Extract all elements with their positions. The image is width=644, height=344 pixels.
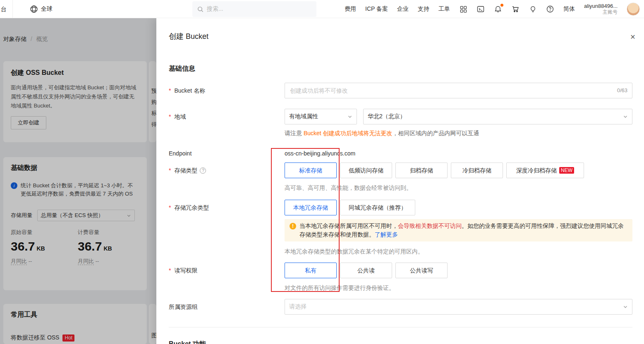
redundancy-label: *存储冗余类型 <box>169 200 209 215</box>
nav-link-icp[interactable]: ICP 备案 <box>365 5 388 13</box>
region-value: 华北2（北京） <box>368 113 406 120</box>
nav-link-tickets[interactable]: 工单 <box>438 5 450 13</box>
learn-more-link[interactable]: 了解更多 <box>375 231 398 238</box>
option-private[interactable]: 私有 <box>285 263 337 278</box>
endpoint-row: Endpoint oss-cn-beijing.aliyuncs.com <box>169 146 632 161</box>
cart-icon[interactable] <box>511 5 520 13</box>
option-cold-archive-storage[interactable]: 冷归档存储 <box>451 162 503 178</box>
redundancy-warning-text: 当本地冗余存储所属可用区不可用时，会导致相关数据不可访问。如您的业务需要更高的可… <box>299 222 627 239</box>
chevron-down-icon <box>623 114 628 119</box>
bucket-name-input[interactable] <box>285 83 632 98</box>
acl-help: 对文件的所有访问操作需要进行身份验证。 <box>285 284 395 292</box>
console-home-link[interactable]: 台 <box>1 0 13 18</box>
option-archive-storage[interactable]: 归档存储 <box>395 162 448 178</box>
resource-group-select[interactable]: 请选择 <box>285 299 632 315</box>
bucket-name-row: *Bucket 名称 0/63 <box>169 83 632 98</box>
region-switcher[interactable]: 全球 <box>30 0 53 18</box>
account-name: aliyun88496... <box>584 3 618 9</box>
screen: 台 全球 搜索... 费用 ICP 备案 企业 支持 工单 <box>0 0 644 344</box>
storage-class-help: 高可靠、高可用、高性能，数据会经常被访问到。 <box>285 184 412 192</box>
region-note: 请注意 Bucket 创建成功后地域将无法更改，相同区域内的产品内网可以互通 <box>285 130 479 137</box>
acl-options: 私有 公共读 公共读写 <box>285 263 448 278</box>
nav-link-support[interactable]: 支持 <box>418 5 429 13</box>
required-asterisk: * <box>169 83 171 98</box>
cloudshell-icon[interactable] <box>476 5 485 13</box>
nav-link-enterprise[interactable]: 企业 <box>397 5 409 13</box>
avatar[interactable] <box>627 2 640 16</box>
option-ia-storage[interactable]: 低频访问存储 <box>340 162 392 178</box>
notification-dot <box>500 4 503 7</box>
redundancy-row: *存储冗余类型 本地冗余存储 同城冗余存储（推荐） <box>169 200 632 215</box>
warning-icon: ! <box>290 223 296 229</box>
drawer-title: 创建 Bucket <box>169 31 208 41</box>
option-standard-storage[interactable]: 标准存储 <box>285 162 337 178</box>
search-input[interactable]: 搜索... <box>192 1 316 17</box>
acl-label: *读写权限 <box>169 263 197 278</box>
notifications-icon[interactable] <box>494 5 502 13</box>
nav-link-billing[interactable]: 费用 <box>345 5 356 13</box>
storage-class-help-icon[interactable]: ? <box>200 167 206 174</box>
new-badge: NEW <box>559 167 574 174</box>
section-bucket-features: Bucket 功能 <box>169 340 206 344</box>
chevron-down-icon <box>347 114 352 119</box>
option-zrs[interactable]: 同城冗余存储（推荐） <box>340 200 415 215</box>
redundancy-warning: ! 当本地冗余存储所属可用区不可用时，会导致相关数据不可访问。如您的业务需要更高… <box>285 219 632 241</box>
region-row: *地域 有地域属性 华北2（北京） <box>169 109 632 124</box>
endpoint-value: oss-cn-beijing.aliyuncs.com <box>285 146 355 161</box>
account-type: 主账号 <box>584 9 618 15</box>
close-icon[interactable]: ✕ <box>628 32 637 41</box>
option-lrs[interactable]: 本地冗余存储 <box>285 200 337 215</box>
warning-danger-text: 会导致相关数据不可访问 <box>398 222 462 229</box>
account-menu[interactable]: aliyun88496... 主账号 <box>584 3 618 15</box>
resource-group-placeholder: 请选择 <box>289 303 306 311</box>
section-divider <box>169 327 632 327</box>
option-deep-cold-archive-storage[interactable]: 深度冷归档存储NEW <box>506 162 584 178</box>
drawer-mask[interactable] <box>0 18 156 344</box>
storage-class-options: 标准存储 低频访问存储 归档存储 冷归档存储 深度冷归档存储NEW <box>285 162 584 178</box>
bucket-name-label: *Bucket 名称 <box>169 83 205 98</box>
resource-group-row: 所属资源组 请选择 <box>169 299 632 315</box>
required-asterisk: * <box>169 263 171 278</box>
region-note-highlight: Bucket 创建成功后地域将无法更改 <box>304 130 393 136</box>
redundancy-help: 本地冗余存储类型的数据冗余在某个特定的可用区内。 <box>285 248 424 256</box>
globe-icon <box>30 5 38 13</box>
required-asterisk: * <box>169 200 171 215</box>
apps-icon[interactable] <box>459 5 467 13</box>
storage-class-row: *存储类型? 标准存储 低频访问存储 归档存储 冷归档存储 深度冷归档存储NEW <box>169 162 632 178</box>
storage-class-label: *存储类型? <box>169 162 206 178</box>
region-type-select[interactable]: 有地域属性 <box>285 109 357 124</box>
help-icon[interactable] <box>546 5 554 13</box>
region-select[interactable]: 华北2（北京） <box>363 109 632 124</box>
acl-row: *读写权限 私有 公共读 公共读写 <box>169 263 632 278</box>
required-asterisk: * <box>169 109 171 124</box>
required-asterisk: * <box>169 162 171 178</box>
region-type-value: 有地域属性 <box>289 113 318 120</box>
search-icon <box>197 6 203 12</box>
top-navbar: 台 全球 搜索... 费用 ICP 备案 企业 支持 工单 <box>0 0 644 18</box>
option-public-read-write[interactable]: 公共读写 <box>395 263 448 278</box>
region-label: 全球 <box>41 5 53 13</box>
bell-icon <box>494 5 502 13</box>
language-switcher[interactable]: 简体 <box>563 5 575 13</box>
option-public-read[interactable]: 公共读 <box>340 263 392 278</box>
lightbulb-icon[interactable] <box>529 5 537 13</box>
create-bucket-drawer: 创建 Bucket ✕ 基础信息 *Bucket 名称 0/63 *地域 有地域… <box>156 18 644 344</box>
redundancy-options: 本地冗余存储 同城冗余存储（推荐） <box>285 200 415 215</box>
search-placeholder: 搜索... <box>207 5 223 13</box>
section-basic-info: 基础信息 <box>169 64 195 73</box>
region-label: *地域 <box>169 109 186 124</box>
navbar-right: 费用 ICP 备案 企业 支持 工单 简体 <box>345 0 640 18</box>
chevron-down-icon <box>623 304 628 309</box>
endpoint-label: Endpoint <box>169 146 192 161</box>
resource-group-label: 所属资源组 <box>169 299 198 315</box>
char-counter: 0/63 <box>617 83 627 98</box>
